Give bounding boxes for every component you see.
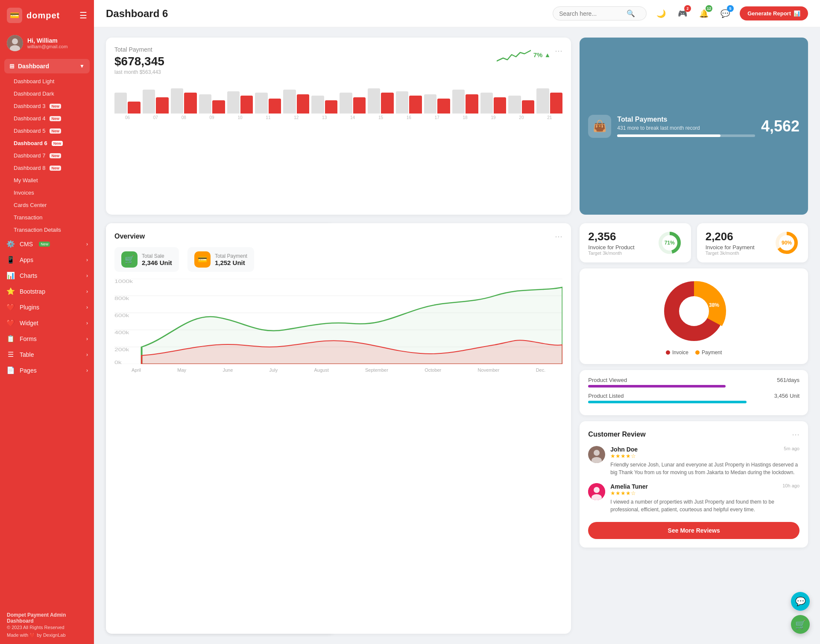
dashboard-sub-item-invoices[interactable]: Invoices: [0, 186, 94, 199]
bar-gray: [227, 91, 240, 114]
svg-text:62%: 62%: [683, 309, 694, 316]
page-title: Dashboard 6: [106, 8, 546, 20]
inv-payment-left: 2,206 Invoice for Payment Target 3k/mont…: [706, 230, 755, 256]
reviewer-time-1: 5m ago: [784, 446, 800, 451]
bar-red: [437, 99, 450, 114]
sidebar-item-plugins[interactable]: ❤️ Plugins ›: [0, 299, 94, 315]
inv-product-target: Target 3k/month: [588, 251, 634, 256]
sidebar-user: Hi, William william@gmail.com: [0, 31, 94, 57]
bar-red: [325, 100, 337, 114]
dashboard-sub-item-light[interactable]: Dashboard Light: [0, 75, 94, 87]
x-label-06: 06: [114, 115, 141, 120]
dashboard-sub-item-dark[interactable]: Dashboard Dark: [0, 87, 94, 100]
dashboard-sub-item-6[interactable]: Dashboard 6New: [0, 137, 94, 149]
reviewer-info-2: Amelia Tuner 10h ago ★★★★☆ I viewed a nu…: [610, 483, 800, 513]
sidebar-item-table[interactable]: ☰ Table ›: [0, 347, 94, 362]
bar-red: [494, 97, 506, 114]
bar-gray: [508, 96, 521, 114]
inv-product-pct: 71%: [665, 240, 675, 246]
float-support-button[interactable]: 💬: [791, 592, 810, 611]
bar-group-18: [452, 84, 478, 114]
logo-icon: 💳: [7, 8, 22, 23]
star-icon: ⭐: [6, 287, 15, 295]
overview-header: Overview ⋯: [114, 232, 562, 241]
dashboard-sub-item-transaction-details[interactable]: Transaction Details: [0, 224, 94, 236]
chevron-right-icon: ›: [86, 304, 88, 310]
review-more-icon[interactable]: ⋯: [792, 430, 800, 439]
sidebar-item-charts[interactable]: 📊 Charts ›: [0, 268, 94, 283]
float-cart-button[interactable]: 🛒: [791, 615, 810, 634]
games-notification[interactable]: 🎮 2: [675, 6, 690, 21]
invoice-payment-card: 2,206 Invoice for Payment Target 3k/mont…: [697, 223, 808, 262]
dashboard-sub-item-5[interactable]: Dashboard 5New: [0, 125, 94, 137]
bell-notification[interactable]: 🔔 12: [696, 6, 712, 21]
dashboard-sub-item-3[interactable]: Dashboard 3New: [0, 100, 94, 112]
bar-group-14: [340, 84, 366, 114]
chevron-right-icon: ›: [86, 336, 88, 342]
dashboard-sub-item-4[interactable]: Dashboard 4New: [0, 112, 94, 125]
chevron-right-icon: ›: [86, 257, 88, 263]
search-icon[interactable]: 🔍: [627, 9, 635, 17]
charts-icon: 📊: [6, 271, 15, 280]
product-viewed-value: 561/days: [777, 377, 800, 383]
dashboard-sub-item-cards[interactable]: Cards Center: [0, 199, 94, 211]
apps-icon: 📱: [6, 256, 15, 264]
hamburger-icon[interactable]: ☰: [79, 10, 87, 20]
bar-group-15: [368, 84, 394, 114]
footer-brand: Dompet Payment Admin Dashboard: [7, 612, 87, 624]
total-payment-card: Total Payment $678,345 last month $563,4…: [106, 38, 571, 215]
sidebar-item-forms[interactable]: 📋 Forms ›: [0, 331, 94, 347]
inv-payment-target: Target 3k/month: [706, 251, 755, 256]
user-greeting: Hi, William: [27, 37, 67, 44]
bar-chart-icon: 📊: [794, 10, 800, 17]
footer-copy: © 2023 All Rights Reserved: [7, 625, 87, 630]
dashboard-sub-item-wallet[interactable]: My Wallet: [0, 174, 94, 186]
product-viewed-label: Product Viewed: [588, 377, 627, 383]
bar-gray: [143, 90, 155, 114]
chevron-right-icon: ›: [86, 273, 88, 279]
generate-report-button[interactable]: Generate Report 📊: [740, 6, 808, 20]
sidebar-item-widget[interactable]: ❤️ Widget ›: [0, 315, 94, 331]
pie-legend: Invoice Payment: [588, 350, 800, 356]
see-more-reviews-button[interactable]: See More Reviews: [588, 522, 800, 539]
search-input[interactable]: [559, 10, 623, 17]
product-viewed-bar: [588, 385, 726, 388]
footer-made: Made with ❤️ by DexignLab: [7, 632, 87, 638]
dashboard-sub-item-transaction[interactable]: Transaction: [0, 211, 94, 224]
bar-red: [381, 93, 393, 114]
moon-toggle[interactable]: 🌙: [653, 6, 669, 21]
x-label-18: 18: [452, 115, 478, 120]
customer-reviews-card: Customer Review ⋯ John Doe: [580, 421, 808, 548]
total-payments-widget: 👜 Total Payments 431 more to break last …: [580, 38, 808, 215]
dashboard-sub-item-8[interactable]: Dashboard 8New: [0, 162, 94, 174]
pie-chart-container: 62% 38%: [588, 277, 800, 345]
bar-red: [353, 97, 366, 114]
dashboard-section[interactable]: ⊞ Dashboard ▼: [4, 59, 90, 73]
reviewer-name-1: John Doe: [610, 446, 638, 453]
dashboard-sub-item-7[interactable]: Dashboard 7New: [0, 149, 94, 162]
total-sale-value: 2,346 Unit: [142, 259, 172, 266]
area-chart-svg: 1000k 800k 600k 400k 200k 0k: [114, 279, 562, 364]
reviewer-name-2: Amelia Tuner: [610, 483, 648, 490]
bar-group-09: [199, 84, 225, 114]
table-icon: ☰: [6, 350, 15, 358]
sidebar-item-pages[interactable]: 📄 Pages ›: [0, 362, 94, 378]
review-item-2: Amelia Tuner 10h ago ★★★★☆ I viewed a nu…: [588, 483, 800, 513]
message-notification[interactable]: 💬 5: [718, 6, 733, 21]
product-listed-row: Product Listed 3,456 Unit: [588, 393, 800, 403]
bar-group-07: [143, 84, 169, 114]
sidebar-item-apps[interactable]: 📱 Apps ›: [0, 252, 94, 268]
more-options-icon[interactable]: ⋯: [555, 46, 562, 55]
pie-chart-card: 62% 38% Invoice Payment: [580, 268, 808, 364]
bar-gray: [255, 93, 267, 114]
bar-gray: [396, 91, 408, 114]
sidebar-item-cms[interactable]: ⚙️ CMS New ›: [0, 236, 94, 252]
reviewer-info-1: John Doe 5m ago ★★★★☆ Friendly service J…: [610, 446, 800, 476]
total-payment-stat-label: Total Payment: [215, 253, 247, 259]
overview-more-icon[interactable]: ⋯: [555, 232, 562, 241]
bar-gray: [368, 88, 380, 114]
heart-icon: ❤️: [6, 303, 15, 311]
x-label-08: 08: [171, 115, 197, 120]
inv-product-left: 2,356 Invoice for Product Target 3k/mont…: [588, 230, 634, 256]
sidebar-item-bootstrap[interactable]: ⭐ Bootstrap ›: [0, 283, 94, 299]
